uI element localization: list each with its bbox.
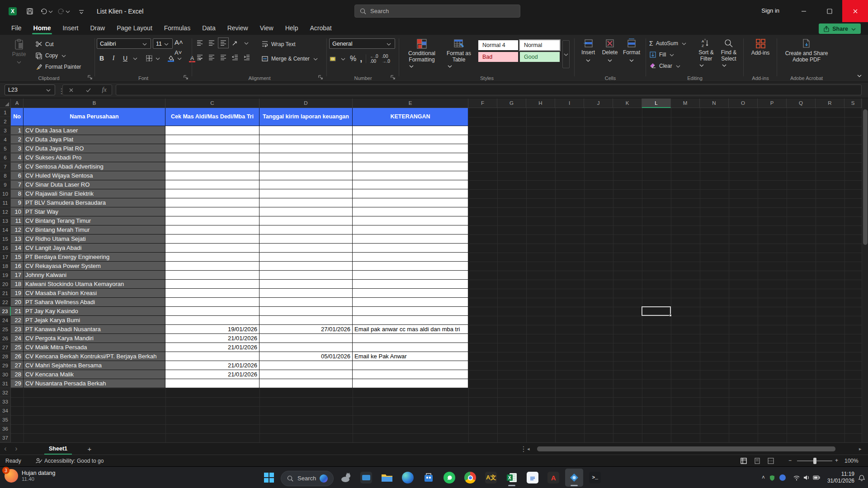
sign-in-button[interactable]: Sign in — [757, 5, 784, 16]
row-header-13[interactable]: 13 — [0, 216, 11, 225]
terminal-icon[interactable]: >_ — [586, 469, 604, 487]
cell-no[interactable]: 1 — [11, 126, 24, 135]
cell-cek-date[interactable] — [165, 135, 259, 144]
tab-review[interactable]: Review — [222, 23, 254, 35]
cell-cek-date[interactable] — [165, 307, 259, 316]
row-header-34[interactable]: 34 — [0, 406, 11, 415]
font-size-select[interactable]: 11 — [153, 38, 173, 49]
row-header-22[interactable]: 22 — [0, 298, 11, 307]
cell-no[interactable]: 11 — [11, 216, 24, 225]
cell-cek-date[interactable] — [165, 207, 259, 216]
cell-kirim-date[interactable] — [259, 289, 353, 298]
tab-draw[interactable]: Draw — [84, 23, 111, 35]
cell-company-name[interactable]: PT Sahara Wellness Abadi — [24, 298, 165, 307]
cell-kirim-date[interactable] — [259, 253, 353, 262]
cell-style-good[interactable]: Good — [520, 52, 560, 62]
alignment-dialog-launcher[interactable] — [318, 75, 323, 80]
new-sheet-button[interactable]: + — [85, 444, 94, 454]
cell-keterangan[interactable] — [353, 135, 468, 144]
bold-button[interactable]: B — [97, 55, 107, 62]
cell-company-name[interactable]: PT Jay Kay Kasindo — [24, 307, 165, 316]
cell-kirim-date[interactable] — [259, 180, 353, 189]
cell-no[interactable]: 27 — [11, 361, 24, 370]
column-header-P[interactable]: P — [758, 99, 787, 108]
tab-page-layout[interactable]: Page Layout — [111, 23, 158, 35]
cell-cek-date[interactable] — [165, 144, 259, 153]
column-header-R[interactable]: R — [816, 99, 844, 108]
cell-company-name[interactable]: CV Langit Jaya Abadi — [24, 244, 165, 253]
cell-kirim-date[interactable] — [259, 225, 353, 235]
cell-kirim-date[interactable]: 27/01/2026 — [259, 325, 353, 334]
save-button[interactable] — [22, 3, 38, 19]
cell-company-name[interactable]: CV Duta Jaya Plat RO — [24, 144, 165, 153]
whatsapp-icon[interactable] — [440, 469, 458, 487]
cell-cek-date[interactable]: 21/01/2026 — [165, 370, 259, 379]
decrease-decimal-icon[interactable]: .00→.0 — [382, 54, 390, 64]
cell-company-name[interactable]: CV Ridho Utama Sejati — [24, 235, 165, 244]
cell-no[interactable]: 28 — [11, 370, 24, 379]
cell-keterangan[interactable] — [353, 298, 468, 307]
cell-company-name[interactable]: PT BLV Samudera Bersaudara — [24, 198, 165, 207]
start-button[interactable] — [260, 469, 278, 487]
cell-cek-date[interactable] — [165, 244, 259, 253]
cell-no[interactable]: 10 — [11, 207, 24, 216]
cell-company-name[interactable]: CV Kencana Berkah Kontruksi/PT. Berjaya … — [24, 352, 165, 361]
font-family-select[interactable]: Calibri — [97, 38, 151, 49]
cell-keterangan[interactable] — [353, 153, 468, 162]
horizontal-scrollbar[interactable] — [533, 446, 858, 451]
column-header-G[interactable]: G — [497, 99, 526, 108]
cell-style-normal[interactable]: Normal — [520, 40, 560, 50]
column-header-C[interactable]: C — [165, 99, 259, 108]
cell-kirim-date[interactable] — [259, 144, 353, 153]
cell-kirim-date[interactable] — [259, 135, 353, 144]
cell-keterangan[interactable] — [353, 307, 468, 316]
row-header-17[interactable]: 17 — [0, 253, 11, 262]
row-header-9[interactable]: 9 — [0, 180, 11, 189]
cell-cek-date[interactable] — [165, 316, 259, 325]
cell-keterangan[interactable] — [353, 144, 468, 153]
cell-kirim-date[interactable] — [259, 126, 353, 135]
styles-gallery-scroll[interactable] — [562, 40, 570, 68]
cell-cek-date[interactable] — [165, 352, 259, 361]
tab-help[interactable]: Help — [279, 23, 304, 35]
column-header-D[interactable]: D — [259, 99, 353, 108]
cell-keterangan[interactable] — [353, 244, 468, 253]
row-header-10[interactable]: 10 — [0, 189, 11, 198]
row-header-36[interactable]: 36 — [0, 424, 11, 433]
cell-no[interactable]: 29 — [11, 379, 24, 388]
cell-no[interactable]: 4 — [11, 153, 24, 162]
cancel-entry-icon[interactable] — [68, 87, 75, 94]
edge-icon[interactable] — [399, 469, 417, 487]
cell-keterangan[interactable] — [353, 334, 468, 343]
cell-cek-date[interactable] — [165, 153, 259, 162]
cell-company-name[interactable]: PT Kanawa Abadi Nusantara — [24, 325, 165, 334]
row-header-27[interactable]: 27 — [0, 343, 11, 352]
row-header-31[interactable]: 31 — [0, 379, 11, 388]
search-input[interactable]: Search — [354, 5, 520, 18]
cell-no[interactable]: 25 — [11, 343, 24, 352]
confirm-entry-icon[interactable] — [85, 87, 92, 94]
column-header-S[interactable]: S — [844, 99, 862, 108]
row-header-28[interactable]: 28 — [0, 352, 11, 361]
increase-decimal-icon[interactable]: ←.0.00 — [370, 54, 378, 64]
tab-acrobat[interactable]: Acrobat — [304, 23, 338, 35]
cell-cek-date[interactable] — [165, 262, 259, 271]
cell-keterangan[interactable] — [353, 171, 468, 180]
cell-keterangan[interactable] — [353, 180, 468, 189]
cell-style-normal-4[interactable]: Normal 4 — [478, 40, 518, 50]
cell-no[interactable]: 26 — [11, 352, 24, 361]
chrome-icon[interactable] — [461, 469, 479, 487]
underline-button[interactable]: U — [120, 55, 130, 62]
create-share-pdf-button[interactable]: Create and ShareAdobe PDF — [781, 35, 832, 63]
row-header-29[interactable]: 29 — [0, 361, 11, 370]
cell-keterangan[interactable] — [353, 316, 468, 325]
increase-font-button[interactable]: A˄ — [175, 38, 183, 46]
fill-color-icon[interactable] — [167, 54, 175, 62]
cell-no[interactable]: 15 — [11, 253, 24, 262]
page-layout-view-button[interactable] — [751, 456, 763, 465]
cell-cek-date[interactable] — [165, 126, 259, 135]
tab-file[interactable]: File — [5, 23, 28, 35]
cell-company-name[interactable]: CV Pergota Karya Mandiri — [24, 334, 165, 343]
cell-kirim-date[interactable] — [259, 162, 353, 171]
row-header-35[interactable]: 35 — [0, 415, 11, 424]
